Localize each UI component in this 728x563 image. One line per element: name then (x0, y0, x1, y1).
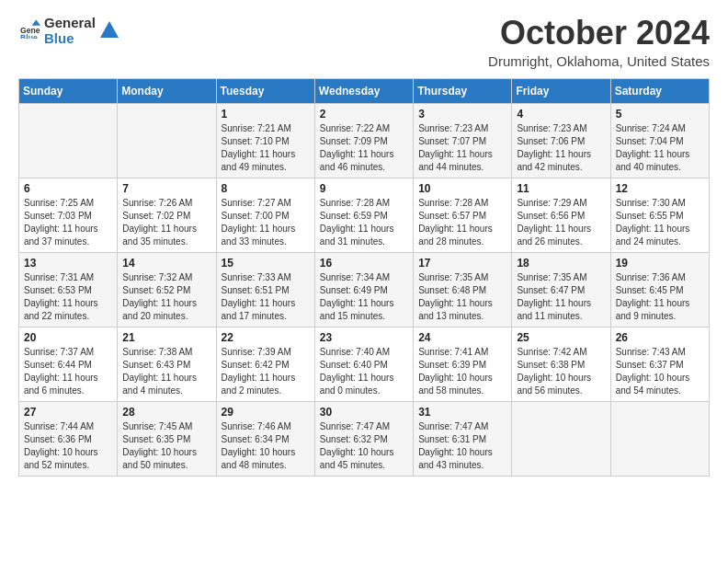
svg-marker-2 (32, 20, 40, 26)
day-number: 16 (320, 257, 408, 270)
day-number: 12 (616, 182, 704, 195)
logo: General Blue General Blue (18, 15, 119, 47)
calendar-cell: 16Sunrise: 7:34 AM Sunset: 6:49 PM Dayli… (314, 252, 413, 327)
logo-arrow-icon (100, 21, 119, 38)
day-number: 26 (616, 331, 704, 344)
day-number: 15 (222, 257, 310, 270)
calendar-week-4: 20Sunrise: 7:37 AM Sunset: 6:44 PM Dayli… (19, 327, 710, 401)
calendar-cell: 24Sunrise: 7:41 AM Sunset: 6:39 PM Dayli… (414, 327, 512, 401)
calendar-cell: 12Sunrise: 7:30 AM Sunset: 6:55 PM Dayli… (610, 178, 709, 252)
cell-info: Sunrise: 7:23 AM Sunset: 7:06 PM Dayligh… (517, 122, 605, 174)
calendar-cell: 11Sunrise: 7:29 AM Sunset: 6:56 PM Dayli… (512, 178, 610, 252)
day-number: 9 (320, 182, 408, 195)
cell-info: Sunrise: 7:26 AM Sunset: 7:02 PM Dayligh… (122, 197, 210, 248)
cell-info: Sunrise: 7:28 AM Sunset: 6:59 PM Dayligh… (320, 197, 408, 248)
day-header-saturday: Saturday (610, 78, 709, 103)
cell-info: Sunrise: 7:37 AM Sunset: 6:44 PM Dayligh… (24, 346, 112, 397)
month-title: October 2024 (488, 15, 710, 52)
cell-info: Sunrise: 7:43 AM Sunset: 6:37 PM Dayligh… (616, 346, 704, 397)
day-number: 28 (122, 406, 210, 419)
cell-info: Sunrise: 7:22 AM Sunset: 7:09 PM Dayligh… (320, 122, 408, 174)
day-header-tuesday: Tuesday (216, 78, 314, 103)
cell-info: Sunrise: 7:40 AM Sunset: 6:40 PM Dayligh… (320, 346, 408, 397)
cell-info: Sunrise: 7:31 AM Sunset: 6:53 PM Dayligh… (24, 271, 112, 323)
cell-info: Sunrise: 7:46 AM Sunset: 6:34 PM Dayligh… (222, 420, 310, 472)
cell-info: Sunrise: 7:41 AM Sunset: 6:39 PM Dayligh… (418, 346, 506, 397)
calendar-cell: 14Sunrise: 7:32 AM Sunset: 6:52 PM Dayli… (118, 252, 216, 327)
cell-info: Sunrise: 7:42 AM Sunset: 6:38 PM Dayligh… (517, 346, 605, 397)
calendar-cell: 28Sunrise: 7:45 AM Sunset: 6:35 PM Dayli… (118, 401, 216, 476)
day-number: 5 (616, 108, 704, 121)
day-number: 31 (418, 406, 506, 419)
cell-info: Sunrise: 7:39 AM Sunset: 6:42 PM Dayligh… (222, 346, 310, 397)
calendar-cell (512, 401, 610, 476)
cell-info: Sunrise: 7:25 AM Sunset: 7:03 PM Dayligh… (24, 197, 112, 248)
day-number: 4 (517, 108, 605, 121)
calendar-week-1: 1Sunrise: 7:21 AM Sunset: 7:10 PM Daylig… (19, 103, 710, 178)
day-number: 24 (418, 331, 506, 344)
day-number: 11 (517, 182, 605, 195)
cell-info: Sunrise: 7:30 AM Sunset: 6:55 PM Dayligh… (616, 197, 704, 248)
calendar-cell: 6Sunrise: 7:25 AM Sunset: 7:03 PM Daylig… (19, 178, 118, 252)
location-title: Drumright, Oklahoma, United States (488, 53, 710, 69)
day-number: 13 (24, 257, 112, 270)
day-header-sunday: Sunday (19, 78, 118, 103)
cell-info: Sunrise: 7:29 AM Sunset: 6:56 PM Dayligh… (517, 197, 605, 248)
day-header-friday: Friday (512, 78, 610, 103)
calendar-cell: 3Sunrise: 7:23 AM Sunset: 7:07 PM Daylig… (414, 103, 512, 178)
calendar-cell: 15Sunrise: 7:33 AM Sunset: 6:51 PM Dayli… (216, 252, 314, 327)
calendar-cell: 8Sunrise: 7:27 AM Sunset: 7:00 PM Daylig… (216, 178, 314, 252)
cell-info: Sunrise: 7:35 AM Sunset: 6:48 PM Dayligh… (418, 271, 506, 323)
calendar-week-5: 27Sunrise: 7:44 AM Sunset: 6:36 PM Dayli… (19, 401, 710, 476)
calendar-cell: 5Sunrise: 7:24 AM Sunset: 7:04 PM Daylig… (610, 103, 709, 178)
calendar-week-2: 6Sunrise: 7:25 AM Sunset: 7:03 PM Daylig… (19, 178, 710, 252)
calendar-cell: 23Sunrise: 7:40 AM Sunset: 6:40 PM Dayli… (314, 327, 413, 401)
cell-info: Sunrise: 7:23 AM Sunset: 7:07 PM Dayligh… (418, 122, 506, 174)
cell-info: Sunrise: 7:27 AM Sunset: 7:00 PM Dayligh… (222, 197, 310, 248)
day-number: 25 (517, 331, 605, 344)
calendar-cell: 18Sunrise: 7:35 AM Sunset: 6:47 PM Dayli… (512, 252, 610, 327)
day-number: 17 (418, 257, 506, 270)
day-number: 2 (320, 108, 408, 121)
calendar-cell: 25Sunrise: 7:42 AM Sunset: 6:38 PM Dayli… (512, 327, 610, 401)
day-number: 27 (24, 406, 112, 419)
cell-info: Sunrise: 7:21 AM Sunset: 7:10 PM Dayligh… (222, 122, 310, 174)
day-number: 6 (24, 182, 112, 195)
cell-info: Sunrise: 7:35 AM Sunset: 6:47 PM Dayligh… (517, 271, 605, 323)
calendar-cell: 2Sunrise: 7:22 AM Sunset: 7:09 PM Daylig… (314, 103, 413, 178)
logo-blue-text: Blue (44, 30, 96, 46)
cell-info: Sunrise: 7:24 AM Sunset: 7:04 PM Dayligh… (616, 122, 704, 174)
day-number: 8 (222, 182, 310, 195)
cell-info: Sunrise: 7:45 AM Sunset: 6:35 PM Dayligh… (122, 420, 210, 472)
day-header-wednesday: Wednesday (314, 78, 413, 103)
calendar-cell: 19Sunrise: 7:36 AM Sunset: 6:45 PM Dayli… (610, 252, 709, 327)
calendar-cell: 21Sunrise: 7:38 AM Sunset: 6:43 PM Dayli… (118, 327, 216, 401)
title-area: October 2024 Drumright, Oklahoma, United… (488, 15, 710, 69)
cell-info: Sunrise: 7:33 AM Sunset: 6:51 PM Dayligh… (222, 271, 310, 323)
calendar-cell: 27Sunrise: 7:44 AM Sunset: 6:36 PM Dayli… (19, 401, 118, 476)
calendar-cell: 17Sunrise: 7:35 AM Sunset: 6:48 PM Dayli… (414, 252, 512, 327)
calendar-week-3: 13Sunrise: 7:31 AM Sunset: 6:53 PM Dayli… (19, 252, 710, 327)
day-number: 10 (418, 182, 506, 195)
calendar-cell: 30Sunrise: 7:47 AM Sunset: 6:32 PM Dayli… (314, 401, 413, 476)
day-number: 22 (222, 331, 310, 344)
day-number: 20 (24, 331, 112, 344)
day-number: 23 (320, 331, 408, 344)
cell-info: Sunrise: 7:47 AM Sunset: 6:32 PM Dayligh… (320, 420, 408, 472)
day-number: 18 (517, 257, 605, 270)
calendar-cell (19, 103, 118, 178)
cell-info: Sunrise: 7:47 AM Sunset: 6:31 PM Dayligh… (418, 420, 506, 472)
calendar-cell (610, 401, 709, 476)
cell-info: Sunrise: 7:32 AM Sunset: 6:52 PM Dayligh… (122, 271, 210, 323)
calendar-cell (118, 103, 216, 178)
calendar-cell: 20Sunrise: 7:37 AM Sunset: 6:44 PM Dayli… (19, 327, 118, 401)
svg-text:Blue: Blue (20, 33, 38, 39)
day-number: 30 (320, 406, 408, 419)
calendar-cell: 10Sunrise: 7:28 AM Sunset: 6:57 PM Dayli… (414, 178, 512, 252)
day-number: 21 (122, 331, 210, 344)
calendar-table: SundayMondayTuesdayWednesdayThursdayFrid… (18, 78, 710, 477)
day-number: 19 (616, 257, 704, 270)
svg-marker-3 (100, 21, 119, 38)
calendar-cell: 26Sunrise: 7:43 AM Sunset: 6:37 PM Dayli… (610, 327, 709, 401)
cell-info: Sunrise: 7:28 AM Sunset: 6:57 PM Dayligh… (418, 197, 506, 248)
